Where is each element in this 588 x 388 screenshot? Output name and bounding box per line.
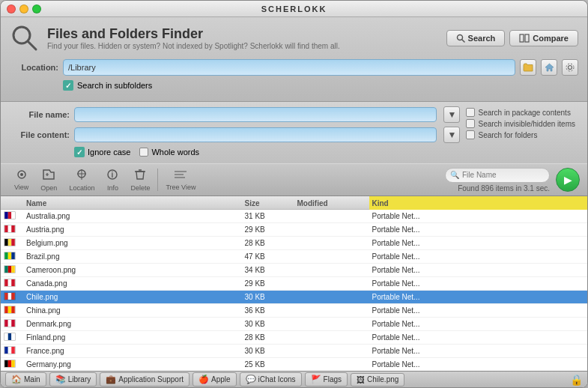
- table-row[interactable]: Finland.png28 KBPortable Net...: [1, 331, 587, 345]
- table-row[interactable]: Belgium.png28 KBPortable Net...: [1, 237, 587, 250]
- bottom-tab-label: Main: [24, 375, 40, 384]
- compare-button[interactable]: Compare: [509, 30, 578, 46]
- table-row[interactable]: Chile.png30 KBPortable Net...: [1, 291, 587, 304]
- package-contents-label: Search in package contents: [478, 109, 570, 117]
- svg-rect-48: [8, 333, 12, 340]
- table-row[interactable]: France.png30 KBPortable Net...: [1, 345, 587, 358]
- file-kind-cell: Portable Net...: [369, 212, 588, 220]
- bottom-tab-application-support[interactable]: 💼Application Support: [100, 372, 190, 387]
- table-row[interactable]: Denmark.png30 KBPortable Net...: [1, 318, 587, 331]
- table-row[interactable]: Australia.png31 KBPortable Net...: [1, 210, 587, 223]
- filename-input[interactable]: [74, 107, 437, 122]
- svg-rect-52: [11, 347, 15, 354]
- right-checkboxes: Search in package contents Search invisi…: [466, 106, 578, 139]
- svg-rect-32: [4, 266, 8, 273]
- close-button[interactable]: [7, 4, 16, 13]
- delete-tool[interactable]: Delete: [124, 166, 156, 195]
- run-button[interactable]: ▶: [556, 168, 580, 192]
- bottom-tab-icon: 💬: [246, 375, 256, 384]
- file-name-search-input[interactable]: [445, 168, 550, 183]
- storage-icon[interactable]: 🔒: [570, 374, 583, 386]
- file-kind-cell: Portable Net...: [369, 225, 588, 234]
- package-contents-checkbox[interactable]: [466, 108, 475, 117]
- bottom-tab-apple[interactable]: 🍎Apple: [193, 372, 237, 387]
- folder-browse-button[interactable]: [520, 59, 536, 76]
- form-area: File name: ▼ File content: ▼ ✓ Ignore ca…: [1, 102, 587, 163]
- bottom-tab-label: Flags: [324, 375, 342, 384]
- maximize-button[interactable]: [32, 4, 41, 13]
- file-kind-cell: Portable Net...: [369, 360, 588, 369]
- file-name-cell: Cameroon.png: [23, 266, 242, 274]
- tree-view-tool[interactable]: Tree View: [160, 166, 201, 194]
- file-size-cell: 31 KB: [242, 212, 294, 220]
- table-row[interactable]: Germany.png25 KBPortable Net...: [1, 358, 587, 371]
- info-tool[interactable]: i Info: [100, 166, 124, 195]
- info-label: Info: [107, 184, 118, 192]
- toolbar-right: 🔍 Found 896 items in 3.1 sec. ▶: [445, 168, 580, 193]
- file-kind-cell: Portable Net...: [369, 347, 588, 355]
- file-flag-cell: [1, 360, 23, 369]
- bottom-tab-icon: 🖼: [357, 375, 365, 384]
- subfolders-checkbox[interactable]: ✓: [63, 80, 73, 91]
- whole-words-checkbox[interactable]: [139, 148, 148, 157]
- file-size-cell: 28 KB: [242, 239, 294, 247]
- file-name-cell: Chile.png: [23, 293, 242, 301]
- svg-point-2: [457, 35, 462, 40]
- header: Files and Folders Finder Find your files…: [1, 17, 587, 102]
- filecontent-input[interactable]: [74, 127, 437, 142]
- table-row[interactable]: China.png36 KBPortable Net...: [1, 304, 587, 318]
- app-title-text: Files and Folders Finder Find your files…: [47, 26, 340, 50]
- filecontent-dropdown-btn[interactable]: ▼: [443, 127, 460, 143]
- svg-rect-40: [11, 293, 15, 300]
- settings-button[interactable]: [562, 59, 578, 76]
- file-flag-cell: [1, 265, 23, 275]
- svg-rect-34: [11, 266, 15, 273]
- svg-rect-43: [11, 306, 15, 313]
- svg-rect-38: [4, 293, 8, 300]
- search-folders-checkbox[interactable]: [466, 130, 475, 139]
- minimize-button[interactable]: [19, 4, 28, 13]
- app-title: SCHERLOKK: [261, 4, 327, 13]
- whole-words-option: Whole words: [139, 148, 199, 157]
- svg-rect-35: [4, 279, 8, 286]
- bottom-tab-library[interactable]: 📚Library: [49, 372, 97, 387]
- view-tool[interactable]: View: [8, 166, 34, 194]
- table-row[interactable]: Austria.png29 KBPortable Net...: [1, 223, 587, 237]
- app-subtitle: Find your files. Hidden or system? Not i…: [47, 42, 340, 50]
- bottom-tab-ichat-icons[interactable]: 💬iChat Icons: [240, 372, 302, 387]
- package-contents-row: Search in package contents: [466, 108, 575, 117]
- home-folder-button[interactable]: [541, 59, 557, 76]
- file-flag-cell: [1, 252, 23, 261]
- main-window: SCHERLOKK Files and Folders Finder Find …: [0, 0, 588, 388]
- whole-words-label: Whole words: [151, 148, 199, 157]
- file-kind-cell: Portable Net...: [369, 333, 588, 342]
- table-row[interactable]: Canada.png29 KBPortable Net...: [1, 277, 587, 291]
- compare-icon: [519, 34, 530, 43]
- file-flag-cell: [1, 319, 23, 329]
- file-name-cell: Brazil.png: [23, 252, 242, 261]
- bottom-tab-main[interactable]: 🏠Main: [5, 372, 46, 387]
- file-size-cell: 25 KB: [242, 360, 294, 369]
- file-size-cell: 30 KB: [242, 347, 294, 355]
- bottom-tab-chile.png[interactable]: 🖼Chile.png: [351, 373, 404, 387]
- file-kind-cell: Portable Net...: [369, 320, 588, 328]
- table-row[interactable]: Cameroon.png34 KBPortable Net...: [1, 264, 587, 277]
- bottom-tab-icon: 📚: [55, 375, 66, 384]
- open-tool[interactable]: Open: [34, 166, 63, 195]
- location-input[interactable]: /Library: [63, 59, 515, 76]
- file-kind-cell: Portable Net...: [369, 239, 588, 247]
- file-name-cell: Belgium.png: [23, 239, 242, 247]
- filename-dropdown-btn[interactable]: ▼: [443, 106, 460, 123]
- table-body[interactable]: Australia.png31 KBPortable Net...Austria…: [1, 210, 587, 371]
- search-button[interactable]: Search: [446, 30, 506, 46]
- subfolders-label: Search in subfolders: [77, 81, 152, 90]
- bottom-tab-flags[interactable]: 🚩Flags: [305, 372, 348, 387]
- gear-icon: [565, 62, 575, 73]
- location-tool[interactable]: Location: [63, 166, 100, 195]
- invisible-items-checkbox[interactable]: [466, 119, 475, 128]
- svg-rect-31: [11, 252, 15, 259]
- svg-rect-37: [11, 279, 15, 286]
- table-row[interactable]: Brazil.png47 KBPortable Net...: [1, 250, 587, 264]
- file-size-cell: 34 KB: [242, 266, 294, 274]
- ignore-case-checkbox[interactable]: ✓: [74, 147, 85, 157]
